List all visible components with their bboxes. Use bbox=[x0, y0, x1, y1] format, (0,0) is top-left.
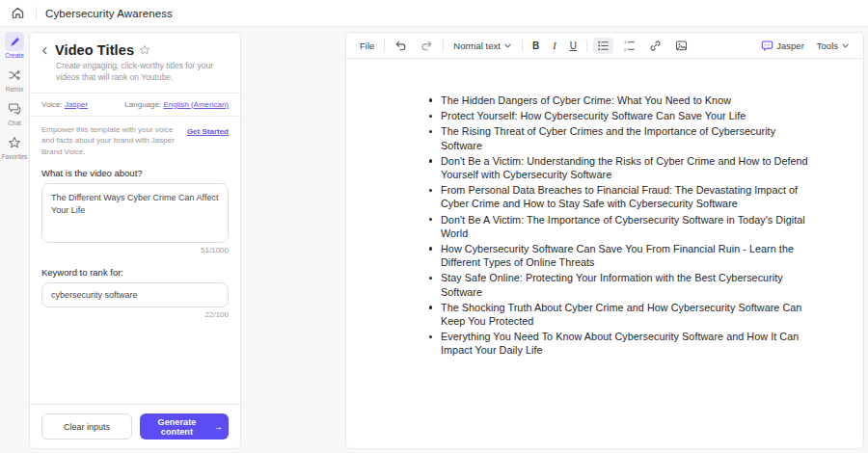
voice-language-row: Voice: Jasper Language: English (America… bbox=[30, 93, 240, 116]
generated-titles-list: The Hidden Dangers of Cyber Crime: What … bbox=[428, 93, 811, 358]
pen-icon bbox=[5, 32, 24, 51]
template-header: Video Titles Create engaging, click-wort… bbox=[30, 33, 240, 93]
generated-title-item[interactable]: The Rising Threat of Cyber Crimes and th… bbox=[428, 124, 811, 151]
video-about-label: What is the video about? bbox=[41, 168, 229, 178]
chat-bubbles-icon bbox=[5, 99, 24, 119]
top-bar: Cybersecurity Awareness bbox=[0, 0, 868, 27]
tools-dropdown[interactable]: Tools bbox=[813, 39, 854, 53]
bulleted-list-button[interactable] bbox=[593, 38, 613, 54]
star-icon bbox=[5, 133, 24, 152]
paragraph-style-dropdown[interactable]: Normal text bbox=[449, 39, 516, 53]
generated-title-item[interactable]: Protect Yourself: How Cybersecurity Soft… bbox=[428, 109, 811, 122]
toolbar-divider bbox=[586, 40, 587, 52]
home-button[interactable] bbox=[9, 4, 27, 22]
chevron-down-icon bbox=[503, 41, 512, 50]
svg-text:1: 1 bbox=[624, 40, 627, 44]
toolbar-divider bbox=[443, 40, 444, 52]
video-about-counter: 51/1000 bbox=[41, 246, 229, 254]
topbar-divider bbox=[36, 7, 37, 20]
panel-footer: Clear inputs Generate content → bbox=[30, 404, 240, 448]
keyword-label: Keyword to rank for: bbox=[41, 267, 229, 278]
toolbar-right: Jasper Tools bbox=[757, 38, 854, 54]
get-started-link[interactable]: Get Started bbox=[187, 126, 229, 158]
jasper-bubble-icon bbox=[761, 40, 773, 52]
clear-inputs-button[interactable]: Clear inputs bbox=[41, 413, 132, 440]
generated-title-item[interactable]: How Cybersecurity Software Can Save You … bbox=[428, 242, 811, 269]
home-icon bbox=[11, 6, 25, 20]
underline-button[interactable]: U bbox=[566, 39, 581, 53]
chevron-down-icon bbox=[841, 41, 850, 50]
redo-icon bbox=[420, 40, 433, 52]
undo-button[interactable] bbox=[391, 38, 411, 54]
sidebar-item-label: Chat bbox=[8, 120, 21, 126]
jasper-chat-button[interactable]: Jasper bbox=[757, 38, 808, 54]
generate-content-button[interactable]: Generate content → bbox=[140, 413, 229, 440]
template-description: Create engaging, click-worthy titles for… bbox=[56, 61, 229, 84]
editor-toolbar: File Normal text bbox=[346, 33, 863, 59]
document-editor: File Normal text bbox=[345, 32, 864, 449]
voice-label: Voice: bbox=[41, 100, 63, 109]
brand-voice-callout: Empower this template with your voice an… bbox=[30, 117, 240, 162]
template-title: Video Titles bbox=[55, 42, 134, 58]
brand-voice-text: Empower this template with your voice an… bbox=[41, 124, 177, 158]
undo-icon bbox=[394, 40, 407, 52]
favorite-star-icon[interactable] bbox=[139, 44, 150, 56]
generate-content-label: Generate content bbox=[146, 417, 208, 437]
toolbar-divider bbox=[522, 40, 523, 52]
generated-title-item[interactable]: The Hidden Dangers of Cyber Crime: What … bbox=[428, 93, 811, 107]
editor-content[interactable]: The Hidden Dangers of Cyber Crime: What … bbox=[346, 59, 863, 448]
generated-title-item[interactable]: The Shocking Truth About Cyber Crime and… bbox=[428, 301, 811, 328]
generated-title-item[interactable]: Don't Be a Victim: Understanding the Ris… bbox=[428, 154, 811, 181]
template-panel: Video Titles Create engaging, click-wort… bbox=[29, 32, 241, 449]
sidebar-item-create[interactable]: Create bbox=[0, 32, 29, 59]
sidebar-item-label: Favorites bbox=[2, 153, 28, 160]
app-sidebar: Create Remix Chat Favorites bbox=[0, 27, 29, 453]
language-label: Language: bbox=[124, 100, 161, 109]
keyword-input[interactable] bbox=[41, 282, 229, 307]
link-icon bbox=[649, 40, 662, 52]
jasper-label: Jasper bbox=[776, 40, 804, 51]
chevron-left-icon bbox=[40, 45, 50, 56]
template-form: What is the video about? The Different W… bbox=[30, 162, 240, 319]
bold-button[interactable]: B bbox=[529, 39, 543, 53]
video-about-input[interactable]: The Different Ways Cyber Crime Can Affec… bbox=[41, 183, 229, 243]
sidebar-item-chat[interactable]: Chat bbox=[0, 99, 29, 126]
generated-title-item[interactable]: Everything You Need To Know About Cybers… bbox=[428, 330, 811, 357]
tools-label: Tools bbox=[817, 40, 838, 51]
italic-button[interactable]: I bbox=[549, 39, 560, 53]
svg-text:2: 2 bbox=[624, 46, 627, 51]
sidebar-item-label: Create bbox=[5, 52, 24, 59]
file-menu-button[interactable]: File bbox=[356, 39, 378, 53]
document-title: Cybersecurity Awareness bbox=[45, 8, 173, 19]
redo-button[interactable] bbox=[417, 38, 437, 54]
sidebar-item-favorites[interactable]: Favorites bbox=[0, 133, 29, 160]
toolbar-divider bbox=[384, 40, 385, 52]
paragraph-style-value: Normal text bbox=[453, 40, 501, 51]
language-setting: Language: English (American) bbox=[124, 100, 229, 109]
language-link[interactable]: English (American) bbox=[163, 100, 229, 109]
numbered-list-button[interactable]: 1 2 bbox=[619, 38, 639, 54]
arrow-right-icon: → bbox=[214, 422, 223, 432]
shuffle-icon bbox=[5, 66, 24, 85]
keyword-counter: 22/100 bbox=[41, 310, 229, 319]
insert-image-button[interactable] bbox=[671, 38, 692, 54]
numbered-list-icon: 1 2 bbox=[623, 40, 636, 52]
insert-link-button[interactable] bbox=[645, 38, 665, 54]
voice-setting: Voice: Jasper bbox=[41, 100, 88, 109]
bulleted-list-icon bbox=[597, 40, 610, 52]
generated-title-item[interactable]: Stay Safe Online: Protecting Your Inform… bbox=[428, 271, 811, 298]
back-button[interactable] bbox=[40, 45, 50, 56]
voice-link[interactable]: Jasper bbox=[65, 100, 88, 109]
sidebar-item-label: Remix bbox=[6, 86, 23, 93]
generated-title-item[interactable]: Don't Be A Victim: The Importance of Cyb… bbox=[428, 213, 811, 240]
image-icon bbox=[675, 40, 688, 52]
sidebar-item-remix[interactable]: Remix bbox=[0, 66, 29, 93]
generated-title-item[interactable]: From Personal Data Breaches to Financial… bbox=[428, 183, 811, 210]
